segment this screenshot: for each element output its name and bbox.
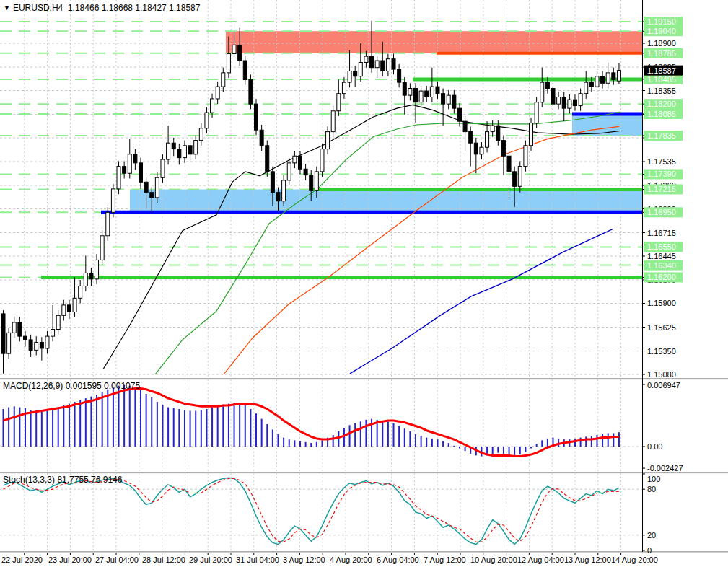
price-axis-label: 1.16445 (647, 252, 676, 260)
candlestick (463, 121, 467, 131)
candlestick (386, 59, 390, 71)
candlestick (298, 156, 302, 169)
candlestick (243, 61, 247, 79)
candlestick (469, 132, 473, 144)
candlestick (211, 99, 214, 113)
candlestick (106, 212, 110, 235)
candlestick (238, 45, 242, 61)
time-axis-label: 28 Jul 12:00 (142, 555, 185, 564)
price-axis-label: 1.15900 (647, 299, 676, 307)
candlestick (381, 61, 385, 71)
candlestick (545, 82, 549, 88)
candlestick (18, 322, 22, 336)
candlestick (84, 273, 87, 286)
price-axis-label: 1.18355 (647, 87, 676, 95)
stoch-indicator-label: Stoch(13,3,3) 81.7755 76.9146 (3, 475, 122, 485)
candlestick (442, 94, 445, 104)
candlestick (398, 69, 401, 82)
candlestick (89, 273, 93, 278)
candlestick (73, 298, 76, 312)
candlestick (342, 82, 346, 94)
candlestick (216, 87, 219, 99)
candlestick (551, 89, 555, 105)
candlestick (7, 333, 11, 353)
candlestick (326, 132, 330, 149)
price-level-badge-text: 1.19150 (647, 17, 676, 26)
candlestick (271, 172, 274, 193)
price-axis-label: 1.15080 (647, 370, 676, 379)
candlestick (414, 89, 418, 102)
price-axis-label: 1.17535 (647, 157, 676, 166)
candlestick (266, 146, 269, 172)
candlestick (232, 45, 236, 53)
candlestick (123, 167, 126, 174)
candlestick (128, 154, 131, 173)
price-axis-label: 1.15350 (647, 347, 676, 356)
candlestick (51, 330, 55, 337)
candlestick (573, 100, 576, 105)
candlestick (183, 146, 186, 158)
candlestick (612, 73, 615, 80)
candlestick (403, 82, 406, 95)
dropdown-icon[interactable]: ▼ (4, 4, 10, 12)
candlestick (276, 193, 280, 201)
price-level-badge-text: 1.18200 (647, 100, 676, 108)
candlestick (35, 343, 38, 351)
macd-axis-label: -0.002427 (647, 464, 683, 472)
candlestick (606, 73, 610, 83)
time-axis-label: 22 Jul 2020 (1, 555, 43, 564)
time-axis-label: 10 Aug 20:00 (470, 555, 517, 564)
candlestick (419, 91, 423, 102)
time-axis-label: 6 Aug 04:00 (377, 555, 419, 564)
candlestick (29, 340, 32, 350)
candlestick (172, 143, 175, 149)
candlestick (617, 71, 620, 82)
candlestick (359, 62, 362, 76)
candlestick (12, 322, 16, 333)
candlestick (584, 82, 588, 94)
candlestick (513, 172, 517, 186)
macd-axis-label: 0.00 (647, 442, 662, 451)
candlestick (474, 143, 478, 154)
candlestick (436, 87, 439, 94)
symbol-ohlc-text: EURUSD,H4 1.18466 1.18668 1.18427 1.1858… (13, 3, 201, 13)
candlestick (501, 141, 505, 157)
time-axis-label: 3 Aug 12:00 (283, 555, 325, 564)
macd-indicator-label: MACD(12,26,9) 0.001595 0.001075 (3, 381, 140, 391)
candlestick (249, 79, 253, 104)
candlestick (222, 73, 225, 87)
candlestick (56, 315, 60, 329)
stoch-axis-label: 80 (647, 485, 656, 493)
time-axis-label: 31 Jul 04:00 (236, 555, 279, 564)
price-axis-label: 1.16715 (647, 229, 676, 237)
candlestick (354, 71, 357, 76)
candlestick (167, 143, 170, 159)
time-axis-label: 23 Jul 20:00 (48, 555, 92, 564)
candlestick (133, 154, 137, 163)
candlestick (144, 182, 148, 192)
candlestick (260, 130, 263, 146)
candlestick (111, 189, 115, 212)
macd-axis-label: 0.006947 (647, 381, 680, 390)
price-level-badge-text: 1.16950 (647, 208, 676, 216)
candlestick (557, 97, 561, 105)
candlestick (287, 163, 291, 180)
candlestick (282, 180, 286, 201)
candlestick (194, 141, 198, 154)
candlestick (530, 123, 533, 146)
candlestick (255, 104, 258, 130)
candlestick (425, 91, 429, 97)
candlestick (457, 108, 461, 121)
candlestick (161, 159, 165, 177)
candlestick (139, 163, 143, 182)
candlestick (370, 56, 374, 68)
candlestick (100, 236, 104, 260)
candlestick (304, 169, 307, 175)
price-level-badge-text: 1.16200 (647, 273, 676, 281)
current-price-badge-text: 1.18587 (647, 66, 676, 75)
candlestick (579, 94, 582, 106)
candlestick (205, 113, 209, 128)
candlestick (40, 343, 43, 348)
candlestick (67, 305, 71, 312)
time-axis-label: 4 Aug 20:00 (330, 555, 372, 564)
